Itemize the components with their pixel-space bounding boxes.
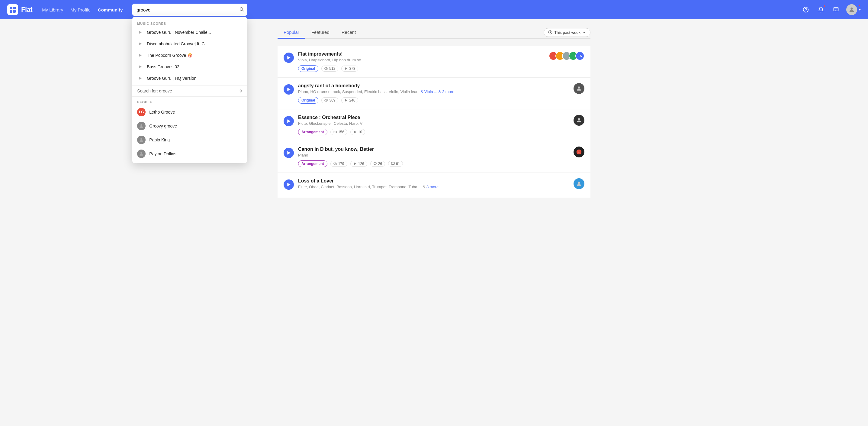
person-avatar-1: LG (137, 108, 146, 116)
score-right-3 (574, 115, 584, 126)
svg-point-25 (326, 68, 327, 69)
svg-point-14 (141, 152, 142, 154)
nav-my-library[interactable]: My Library (42, 7, 63, 12)
people-section-title: PEOPLE (132, 98, 247, 105)
notifications-button[interactable] (816, 5, 826, 14)
score-right-1: +5 (549, 51, 584, 60)
play-icon-3 (137, 52, 143, 58)
svg-point-29 (326, 100, 327, 101)
person-avatar-3 (137, 136, 146, 144)
score-meta-2: Original 369 246 (298, 97, 569, 103)
dropdown-person-2[interactable]: Groovy groove (132, 119, 247, 133)
score-instruments-2: Piano, HQ drumset rock, Suspended, Elect… (298, 89, 569, 94)
filter-button[interactable]: This past week (544, 28, 590, 37)
svg-marker-9 (139, 65, 142, 68)
score-info-3: Essence : Orchestral Piece Flute, Glocke… (298, 115, 569, 135)
play-icon-5 (137, 75, 143, 81)
tab-recent[interactable]: Recent (336, 27, 362, 39)
more-link-2[interactable]: & Viola ... & 2 more (421, 89, 455, 94)
search-dropdown: MUSIC SCORES Groove Guru | November Chal… (132, 17, 247, 163)
person-name-4: Payton Dollins (149, 151, 176, 156)
play-button-2[interactable] (284, 84, 294, 95)
person-name-2: Groovy groove (149, 124, 177, 128)
more-link-5[interactable]: 8 more (427, 185, 438, 189)
avatar (846, 4, 857, 15)
svg-rect-3 (13, 10, 16, 13)
svg-marker-32 (287, 119, 290, 123)
person-name-1: Letho Groove (149, 110, 175, 115)
search-input[interactable] (132, 4, 247, 16)
dropdown-person-1[interactable]: LG Letho Groove (132, 105, 247, 119)
dropdown-person-4[interactable]: Payton Dollins (132, 147, 247, 161)
messages-button[interactable] (831, 5, 841, 14)
score-meta-4: Arrangement 179 126 26 (298, 160, 569, 167)
play-button-1[interactable] (284, 53, 294, 63)
score-title-4: Canon in D but, you know, Better (298, 147, 569, 152)
search-submit-button[interactable] (239, 7, 244, 13)
stat-views-1: 512 (321, 66, 338, 71)
header: Flat My Library My Profile Community MUS… (0, 0, 868, 19)
dropdown-score-1[interactable]: Groove Guru | November Challe... (132, 27, 247, 38)
logo[interactable]: Flat (7, 4, 32, 15)
badge-arrangement-3[interactable]: Arrangement (298, 129, 328, 135)
score-info-2: angsty rant of a homebody Piano, HQ drum… (298, 83, 569, 103)
score-instruments-4: Piano (298, 153, 569, 157)
score-avatar-5 (574, 178, 584, 189)
svg-point-34 (335, 132, 336, 133)
dropdown-score-title-2: Discombobulated Groove| ft. C... (147, 41, 208, 46)
dropdown-score-title-5: Groove Guru | HQ Version (147, 76, 196, 81)
svg-point-36 (578, 118, 580, 120)
svg-rect-1 (13, 7, 16, 9)
score-card-2: angsty rant of a homebody Piano, HQ drum… (278, 78, 590, 110)
svg-marker-22 (583, 32, 585, 33)
score-title-2: angsty rant of a homebody (298, 83, 569, 89)
score-info-5: Loss of a Lover Flute, Oboe, Clarinet, B… (298, 178, 569, 192)
svg-marker-23 (287, 56, 290, 60)
play-icon-1 (137, 29, 143, 35)
search-for-row[interactable]: Search for: groove (132, 85, 247, 97)
stat-likes-4: 26 (370, 161, 385, 167)
user-avatar-button[interactable]: ▾ (846, 4, 861, 15)
tab-popular[interactable]: Popular (278, 27, 305, 39)
score-card-4: Canon in D but, you know, Better Piano A… (278, 141, 590, 173)
svg-marker-35 (354, 131, 356, 133)
avatar-chevron: ▾ (859, 7, 861, 12)
nav-community[interactable]: Community (98, 7, 123, 12)
play-button-5[interactable] (284, 179, 294, 190)
stat-plays-3: 10 (350, 129, 365, 135)
avatar-stack-1: +5 (549, 51, 584, 60)
badge-original-2[interactable]: Original (298, 97, 318, 103)
score-title-1: Flat improvements! (298, 51, 545, 57)
svg-marker-27 (287, 88, 290, 91)
header-right: ▾ (801, 4, 861, 15)
badge-original-1[interactable]: Original (298, 65, 318, 72)
stat-plays-2: 246 (341, 97, 358, 103)
score-instruments-5: Flute, Oboe, Clarinet, Bassoon, Horn in … (298, 185, 569, 189)
app-name: Flat (21, 6, 32, 13)
dropdown-score-5[interactable]: Groove Guru | HQ Version (132, 72, 247, 84)
score-right-2 (574, 83, 584, 94)
search-for-text: Search for: groove (137, 89, 172, 93)
svg-rect-2 (10, 10, 12, 13)
dropdown-score-2[interactable]: Discombobulated Groove| ft. C... (132, 38, 247, 50)
score-right-5 (574, 178, 584, 189)
notification-dot (823, 5, 826, 7)
play-button-4[interactable] (284, 148, 294, 158)
dropdown-score-3[interactable]: The Popcorn Groove 🍿 (132, 50, 247, 61)
svg-point-4 (240, 7, 243, 10)
dropdown-person-3[interactable]: Pablo King (132, 133, 247, 147)
score-right-4: ♪ (574, 147, 584, 157)
dropdown-score-title-3: The Popcorn Groove 🍿 (147, 53, 192, 58)
dropdown-score-4[interactable]: Bass Grooves 02 (132, 61, 247, 72)
svg-point-31 (578, 86, 580, 89)
svg-marker-37 (287, 151, 290, 155)
tab-featured[interactable]: Featured (305, 27, 336, 39)
svg-rect-0 (10, 7, 12, 9)
dropdown-score-title-4: Bass Grooves 02 (147, 64, 179, 69)
play-button-3[interactable] (284, 116, 294, 126)
nav-my-profile[interactable]: My Profile (70, 7, 91, 12)
score-meta-3: Arrangement 156 10 (298, 129, 569, 135)
help-button[interactable] (801, 5, 811, 14)
avatar-notification-dot (858, 4, 861, 7)
badge-arrangement-4[interactable]: Arrangement (298, 160, 328, 167)
